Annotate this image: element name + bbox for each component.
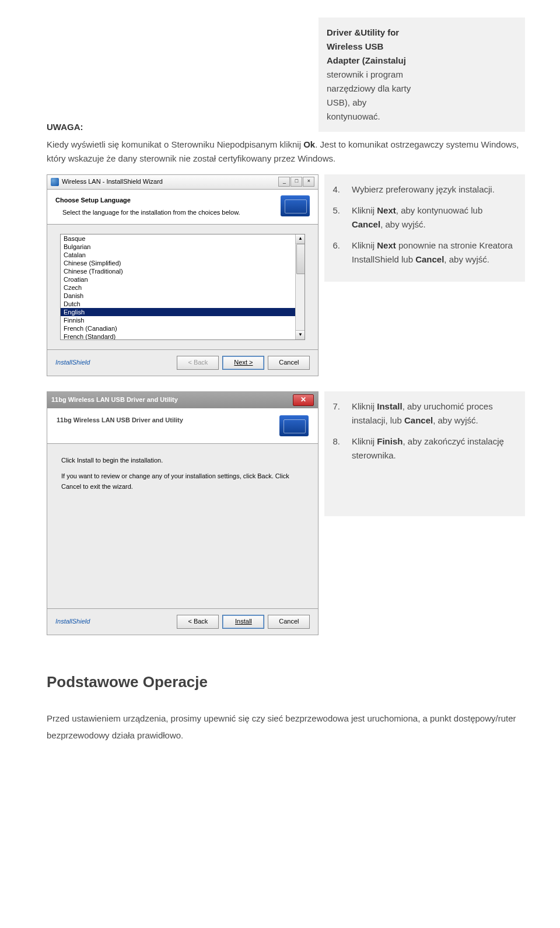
step-6-p4: , aby wyjść. [444,254,489,264]
install-wizard-install: 11bg Wireless LAN USB Driver and Utility… [47,391,318,635]
minimize-button[interactable]: _ [278,177,290,187]
step-5-number: 5. [332,204,340,232]
instruction-block-456: 4. Wybierz preferowany język instalacji.… [324,174,525,282]
language-option[interactable]: Chinese (Traditional) [61,267,304,275]
install-button[interactable]: Install [222,615,264,629]
language-option[interactable]: Dutch [61,300,304,308]
bottom-paragraph: Przed ustawieniem urządzenia, prosimy up… [47,710,525,744]
step-8-p0: Kliknij [352,436,377,446]
driver-line-1: Wireless USB [327,41,383,51]
wizard2-badge-icon [279,415,309,436]
back-button[interactable]: < Back [177,356,219,370]
step-7-p0: Kliknij [352,401,377,411]
step-5-text: Kliknij Next, aby kontynuować lub Cancel… [352,204,513,232]
step-5-p2: , aby kontynuować lub [396,205,482,215]
step-4-text: Wybierz preferowany język instalacji. [352,183,513,197]
scroll-down-icon[interactable]: ▼ [296,330,304,339]
warning-paragraph: Kiedy wyświetli się komunikat o Sterowni… [47,138,525,166]
close-button[interactable]: × [303,177,314,187]
warn-ok: Ok [303,139,315,149]
step-7-p3: Cancel [404,415,433,425]
wizard-header-title: Choose Setup Language [55,195,275,206]
wizard2-body-line1: Click Install to begin the installation. [61,456,304,466]
window-title: Wireless LAN - InstallShield Wizard [62,177,163,187]
step-5-p1: Next [377,205,396,215]
language-option[interactable]: Chinese (Simplified) [61,259,304,267]
scrollbar[interactable]: ▲ ▼ [295,234,304,339]
window-title-2: 11bg Wireless LAN USB Driver and Utility [51,395,178,405]
step-7-number: 7. [332,400,340,428]
instruction-block-top: Driver &Utility for Wireless USB Adapter… [318,17,525,132]
step-6-p3: Cancel [415,254,444,264]
language-option[interactable]: French (Canadian) [61,324,304,332]
wizard-header-subtitle: Select the language for the installation… [55,208,275,218]
scroll-thumb[interactable] [296,244,305,274]
step-8-text: Kliknij Finish, aby zakończyć instalację… [352,435,513,463]
step-6-number: 6. [332,239,340,267]
scroll-up-icon[interactable]: ▲ [296,234,304,244]
language-option[interactable]: English [61,308,304,316]
step-8-number: 8. [332,435,340,463]
step-7-p4: , aby wyjść. [433,415,478,425]
driver-line-0: Driver &Utility for [327,27,399,37]
step-5-p3: Cancel [352,219,380,229]
wizard2-header-title: 11bg Wireless LAN USB Driver and Utility [57,415,183,426]
next-button[interactable]: Next > [222,356,264,370]
language-listbox[interactable]: BasqueBulgarianCatalanChinese (Simplifie… [60,234,305,340]
step-6-p0: Kliknij [352,240,377,250]
brand-label-2: InstallShield [55,617,90,627]
maximize-button[interactable]: □ [290,177,302,187]
warn-prefix: Kiedy wyświetli się komunikat o Sterowni… [47,139,303,149]
language-option[interactable]: Catalan [61,251,304,259]
window-titlebar-2: 11bg Wireless LAN USB Driver and Utility… [47,392,318,408]
driver-line-2: Adapter (Zainstaluj [327,55,406,65]
step-6-p1: Next [377,240,396,250]
step-7-text: Kliknij Install, aby uruchomić proces in… [352,400,513,428]
driver-line-5: USB), aby [327,97,366,107]
app-icon [51,178,59,186]
language-option[interactable]: Danish [61,292,304,300]
install-wizard-language: Wireless LAN - InstallShield Wizard _ □ … [47,174,318,376]
driver-line-6: kontynuować. [327,111,380,121]
wizard2-body-line2: If you want to review or change any of y… [61,471,304,492]
language-option[interactable]: French (Standard) [61,332,304,340]
language-option[interactable]: Bulgarian [61,243,304,251]
cancel-button-2[interactable]: Cancel [268,615,310,629]
window-titlebar: Wireless LAN - InstallShield Wizard _ □ … [47,175,318,190]
driver-line-3: sterownik i program [327,69,403,79]
language-option[interactable]: Croatian [61,275,304,283]
language-option[interactable]: Czech [61,283,304,292]
uwaga-label: UWAGA: [47,120,313,134]
cancel-button[interactable]: Cancel [268,356,310,370]
brand-label: InstallShield [55,358,90,368]
step-8-p1: Finish [377,436,402,446]
step-6-text: Kliknij Next ponownie na stronie Kreator… [352,239,513,267]
close-button-2[interactable]: ✕ [293,394,314,406]
wizard-badge-icon [281,195,310,216]
step-5-p0: Kliknij [352,205,377,215]
step-4-number: 4. [332,183,340,197]
language-option[interactable]: Finnish [61,316,304,324]
language-option[interactable]: Basque [61,234,304,243]
step-5-p4: , aby wyjść. [380,219,426,229]
basic-operations-heading: Podstawowe Operacje [47,670,525,695]
step-7-p1: Install [377,401,402,411]
instruction-block-78: 7. Kliknij Install, aby uruchomić proces… [324,391,525,516]
back-button-2[interactable]: < Back [177,615,219,629]
driver-line-4: narzędziowy dla karty [327,83,411,93]
